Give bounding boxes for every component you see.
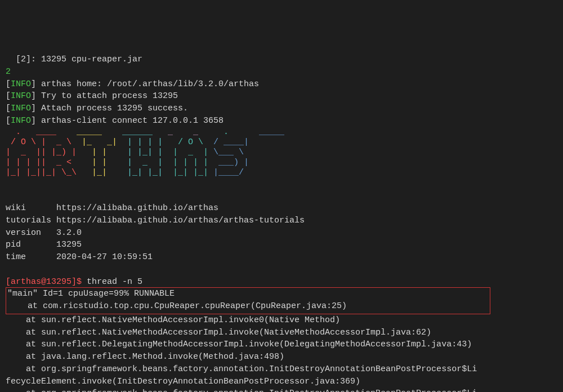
info-line: [INFO] arthas-client connect 127.0.0.1 3…	[6, 116, 224, 126]
stack-frame: at org.springframework.beans.factory.ann…	[6, 364, 477, 374]
terminal-output[interactable]: [2]: 13295 cpu-reaper.jar 2 [INFO] artha…	[6, 54, 557, 392]
meta-time: time 2020-04-27 10:59:51	[6, 252, 153, 262]
process-line: [2]: 13295 cpu-reaper.jar	[6, 55, 142, 64]
stack-frame: at sun.reflect.DelegatingMethodAccessorI…	[6, 340, 472, 349]
stack-frame: at org.springframework.beans.factory.ann…	[6, 389, 477, 392]
info-line: [INFO] Attach process 13295 success.	[6, 104, 188, 113]
stack-frame: at sun.reflect.NativeMethodAccessorImpl.…	[6, 315, 340, 325]
meta-version: version 3.2.0	[6, 228, 82, 238]
prompt-line[interactable]: [arthas@13295]$ thread -n 5	[6, 277, 142, 287]
meta-wiki: wiki https://alibaba.github.io/arthas	[6, 203, 218, 213]
highlighted-thread: "main" Id=1 cpuUsage=99% RUNNABLE at com…	[6, 287, 490, 314]
thread-header: "main" Id=1 cpuUsage=99% RUNNABLE	[7, 289, 175, 299]
info-line: [INFO] Try to attach process 13295	[6, 91, 178, 101]
info-line: [INFO] arthas home: /root/.arthas/lib/3.…	[6, 79, 259, 89]
stack-frame: at java.lang.reflect.Method.invoke(Metho…	[6, 352, 284, 362]
choice-input: 2	[6, 67, 11, 77]
ascii-banner: . ____ _____ ______ _ _ . _____ / O \ | …	[6, 127, 557, 178]
stack-frame-top: at com.ricstudio.top.cpu.CpuReaper.cpuRe…	[7, 301, 347, 311]
command-input[interactable]: thread -n 5	[87, 277, 142, 287]
stack-frame: fecycleElement.invoke(InitDestroyAnnotat…	[6, 377, 360, 386]
meta-tutorials: tutorials https://alibaba.github.io/arth…	[6, 216, 305, 225]
meta-pid: pid 13295	[6, 240, 82, 250]
stack-frame: at sun.reflect.NativeMethodAccessorImpl.…	[6, 328, 431, 337]
